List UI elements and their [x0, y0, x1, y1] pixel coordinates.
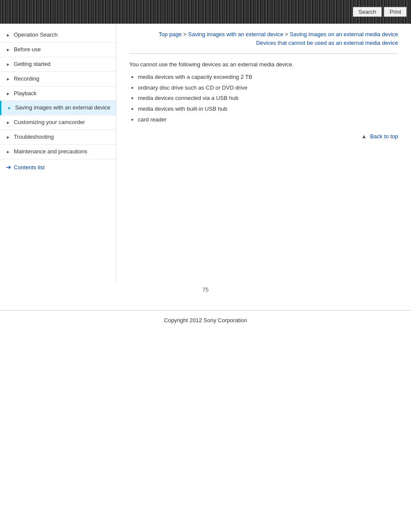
breadcrumb-saving[interactable]: Saving images with an external device	[188, 31, 283, 37]
sidebar-item-playback[interactable]: ► Playback	[0, 87, 116, 101]
sidebar-label: Operation Search	[14, 31, 58, 39]
print-button[interactable]: Print	[384, 7, 407, 17]
breadcrumb-sep1: >	[183, 31, 188, 37]
breadcrumb: Top page > Saving images with an externa…	[129, 30, 398, 47]
arrow-icon: ►	[6, 91, 10, 96]
sidebar-item-operation-search[interactable]: ► Operation Search	[0, 28, 116, 43]
sidebar-label: Before use	[14, 46, 41, 53]
header: Search Print	[0, 0, 411, 24]
sidebar-item-recording[interactable]: ► Recording	[0, 72, 116, 87]
content-body: You cannot use the following devices as …	[129, 60, 398, 124]
sidebar-item-troubleshooting[interactable]: ► Troubleshooting	[0, 130, 116, 145]
sidebar-label: Recording	[14, 75, 39, 83]
sidebar-item-customizing[interactable]: ► Customizing your camcorder	[0, 115, 116, 130]
divider	[129, 53, 398, 54]
sidebar-item-maintenance[interactable]: ► Maintenance and precautions	[0, 145, 116, 159]
contents-list-link[interactable]: ➔ Contents list	[0, 159, 116, 175]
arrow-icon: ►	[6, 47, 10, 53]
arrow-icon: ►	[6, 32, 10, 38]
arrow-icon: ►	[6, 76, 10, 82]
copyright-text: Copyright 2012 Sony Corporation	[164, 317, 247, 324]
sidebar-label: Customizing your camcorder	[14, 119, 85, 126]
arrow-icon: ►	[6, 134, 10, 140]
sidebar-item-getting-started[interactable]: ► Getting started	[0, 57, 116, 72]
back-to-top-label: Back to top	[370, 133, 398, 140]
sidebar-label: Troubleshooting	[14, 134, 54, 141]
arrow-right-icon: ➔	[6, 164, 11, 171]
breadcrumb-top[interactable]: Top page	[159, 31, 182, 37]
arrow-icon: ►	[6, 62, 10, 67]
breadcrumb-devices[interactable]: Devices that cannot be used as an extern…	[256, 40, 398, 46]
sidebar-item-saving-images[interactable]: ► Saving images with an external device	[0, 101, 116, 115]
arrow-icon: ►	[7, 105, 12, 111]
back-to-top: ▲ Back to top	[129, 133, 398, 140]
main-content: Top page > Saving images with an externa…	[116, 24, 411, 282]
list-item: media devices with built-in USB hub	[138, 105, 398, 114]
content-intro: You cannot use the following devices as …	[129, 60, 398, 69]
content-list: media devices with a capacity exceeding …	[138, 73, 398, 124]
sidebar-label: Getting started	[14, 61, 50, 68]
triangle-icon: ▲	[361, 133, 367, 140]
sidebar-label: Maintenance and precautions	[14, 148, 87, 156]
sidebar-item-before-use[interactable]: ► Before use	[0, 43, 116, 57]
sidebar-label: Playback	[14, 90, 37, 97]
arrow-icon: ►	[6, 149, 10, 155]
arrow-icon: ►	[6, 120, 10, 125]
list-item: media devices with a capacity exceeding …	[138, 73, 398, 82]
page-layout: ► Operation Search ► Before use ► Gettin…	[0, 24, 411, 282]
footer: Copyright 2012 Sony Corporation	[0, 310, 411, 330]
sidebar-label: Saving images with an external device	[15, 104, 110, 112]
contents-list-label: Contents list	[14, 164, 45, 171]
list-item: ordinary disc drive such as CD or DVD dr…	[138, 84, 398, 93]
sidebar: ► Operation Search ► Before use ► Gettin…	[0, 24, 116, 282]
page-number: 75	[0, 282, 411, 297]
breadcrumb-media[interactable]: Saving images on an external media devic…	[290, 31, 398, 37]
list-item: card reader	[138, 115, 398, 124]
search-button[interactable]: Search	[353, 7, 382, 17]
back-to-top-link[interactable]: ▲ Back to top	[361, 133, 398, 140]
list-item: media devices connected via a USB hub	[138, 94, 398, 103]
breadcrumb-sep2: >	[285, 31, 290, 37]
